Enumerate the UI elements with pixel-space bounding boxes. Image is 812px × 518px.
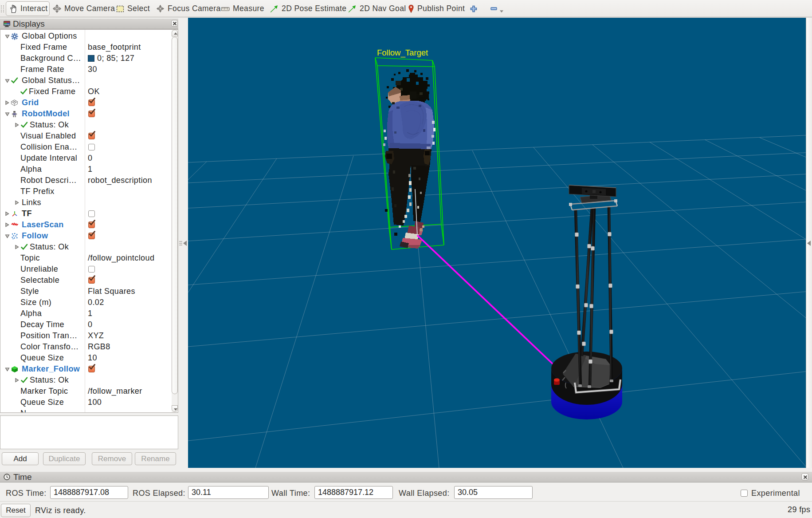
svg-text:Follow_Target: Follow_Target xyxy=(377,48,428,58)
